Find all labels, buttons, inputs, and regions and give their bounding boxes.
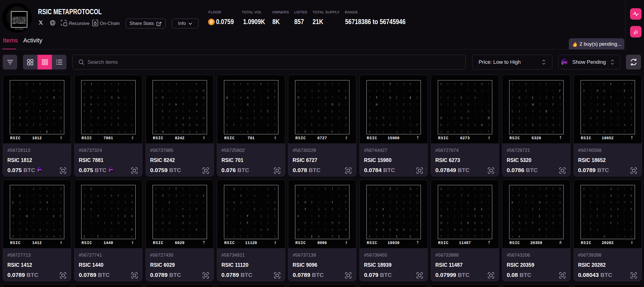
svg-text:701: 701 <box>247 136 255 140</box>
svg-text:RSIC: RSIC <box>81 136 92 140</box>
svg-text:RSIC: RSIC <box>581 241 591 245</box>
svg-text:RSIC: RSIC <box>153 241 164 245</box>
svg-text:RSIC: RSIC <box>438 136 449 140</box>
svg-text:RSIC: RSIC <box>367 136 377 140</box>
svg-text:20282: 20282 <box>602 241 614 245</box>
svg-text:RSIC: RSIC <box>224 241 235 245</box>
svg-text:8242: 8242 <box>175 136 184 140</box>
svg-text:RSIC: RSIC <box>81 241 92 245</box>
svg-text:RSIC: RSIC <box>295 136 306 140</box>
svg-text:RSIC: RSIC <box>153 136 164 140</box>
svg-text:RSIC: RSIC <box>10 136 21 140</box>
svg-text:5320: 5320 <box>532 136 541 140</box>
svg-text:RSIC ENGINE: RSIC ENGINE <box>15 28 24 30</box>
svg-text:9096: 9096 <box>317 241 327 245</box>
svg-text:RSIC: RSIC <box>509 136 520 140</box>
svg-text:1412: 1412 <box>32 241 42 245</box>
svg-text:11487: 11487 <box>459 241 471 245</box>
svg-text:6029: 6029 <box>175 241 184 245</box>
svg-text:RSIC: RSIC <box>509 241 520 245</box>
svg-text:RSIC: RSIC <box>10 241 21 245</box>
svg-text:ME: ME <box>110 168 113 171</box>
svg-text:ME: ME <box>39 168 42 171</box>
svg-text:6727: 6727 <box>317 136 327 140</box>
svg-text:11120: 11120 <box>245 241 257 245</box>
svg-text:18939: 18939 <box>387 241 400 245</box>
svg-text:ME: ME <box>563 61 567 64</box>
svg-text:6273: 6273 <box>460 136 470 140</box>
svg-text:18652: 18652 <box>602 136 614 140</box>
svg-text:20359: 20359 <box>530 241 542 245</box>
svg-text:1812: 1812 <box>32 136 42 140</box>
svg-text:RSIC: RSIC <box>581 136 591 140</box>
svg-text:RSIC: RSIC <box>367 241 377 245</box>
svg-text:1440: 1440 <box>103 241 113 245</box>
svg-text:RSIC: RSIC <box>295 241 306 245</box>
svg-text:15980: 15980 <box>387 136 400 140</box>
svg-text:RSIC: RSIC <box>224 136 235 140</box>
svg-text:7881: 7881 <box>103 136 113 140</box>
svg-text:RSIC: RSIC <box>438 241 449 245</box>
